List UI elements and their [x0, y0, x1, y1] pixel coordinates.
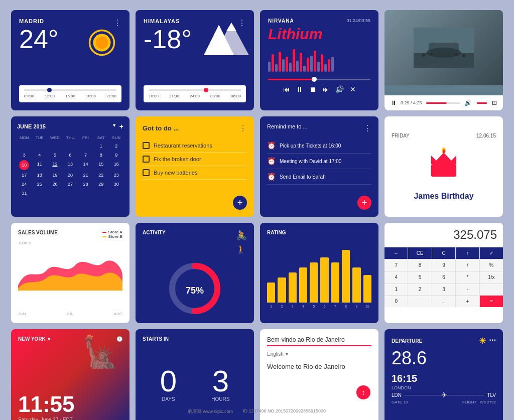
calc-btn-check[interactable]: ✓ [480, 247, 503, 259]
svg-point-15 [462, 54, 465, 57]
calc-btn-8[interactable]: 8 [408, 259, 431, 271]
stop-button[interactable]: ⏹ [309, 85, 316, 93]
calc-btn-pct[interactable]: % [480, 259, 503, 271]
todo-title: Got to do ... [143, 124, 179, 132]
cal-day-item[interactable]: 6 [63, 151, 78, 159]
calendar-dropdown[interactable]: ▾ [113, 122, 115, 130]
calc-btn-equals[interactable]: = [480, 296, 503, 307]
calc-btn-2[interactable]: 2 [408, 284, 431, 295]
calc-btn-4[interactable]: 4 [384, 271, 408, 283]
cal-day-item[interactable]: 2 [109, 142, 123, 150]
reminder-card: Remind me to ... ⋮ ⏰ Pick up the Tickets… [260, 116, 378, 217]
reminder-text-1: Pick up the Tickets at 16:00 [280, 143, 341, 149]
pause-icon[interactable]: ⏸ [391, 99, 397, 106]
departure-label: DEPARTURE [392, 338, 422, 344]
reminder-more-icon[interactable]: ⋮ [363, 123, 371, 133]
prev-button[interactable]: ⏮ [283, 85, 290, 93]
volume-icon[interactable]: 🔊 [335, 85, 344, 93]
more-icon-flight[interactable]: ⋯ [489, 336, 496, 346]
calc-btn-div[interactable]: / [456, 259, 479, 271]
music-progress[interactable] [268, 79, 370, 80]
cal-day-item[interactable]: 31 [17, 189, 32, 197]
calc-btn-mul[interactable]: * [456, 271, 479, 283]
activity-card: ACTIVITY 🚴 🚶 75% [136, 223, 254, 323]
calc-btn-3[interactable]: 3 [432, 284, 455, 295]
flight-route: LDN ✈ TLV [392, 392, 496, 398]
lang-dropdown-icon[interactable]: ▾ [286, 351, 288, 357]
calc-btn-c[interactable]: C [432, 247, 455, 259]
calc-btn-0[interactable]: 0 [384, 296, 408, 307]
add-todo-button[interactable]: + [233, 196, 247, 210]
todo-checkbox-3[interactable] [143, 169, 150, 176]
cal-day-item[interactable]: 15 [94, 160, 108, 170]
hima-time-2: 21:00 [169, 94, 179, 98]
cal-day-item[interactable]: 17 [17, 171, 32, 179]
calc-btn-inv[interactable]: 1/x [480, 271, 503, 283]
todo-checkbox-2[interactable] [143, 156, 150, 163]
cal-day-item[interactable]: 13 [63, 160, 78, 170]
hima-time-1: 18:00 [149, 94, 159, 98]
svg-marker-7 [226, 23, 236, 31]
cal-day-item[interactable]: 11 [33, 160, 47, 170]
play-button[interactable]: ⏸ [296, 85, 303, 93]
video-progress[interactable] [426, 102, 460, 104]
todo-more-icon[interactable]: ⋮ [239, 123, 247, 133]
calendar-add[interactable]: + [119, 122, 123, 130]
calc-btn-up[interactable]: ↑ [456, 247, 479, 259]
bar-5 [310, 262, 318, 303]
cal-day-item[interactable]: 28 [78, 180, 93, 188]
calc-btn-back[interactable]: ← [384, 247, 408, 259]
cal-day-item[interactable]: 18 [33, 171, 47, 179]
cal-day-item[interactable]: 22 [94, 171, 108, 179]
dropdown-icon[interactable]: ▾ [48, 336, 50, 342]
song-title: Lithium [268, 26, 370, 43]
calc-btn-minus[interactable]: - [456, 284, 479, 295]
cal-day-item[interactable]: 19 [48, 171, 62, 179]
cal-day-item[interactable]: 5 [48, 151, 62, 159]
cal-day-item[interactable]: 20 [63, 171, 78, 179]
y-axis-label: 100K $ [18, 241, 122, 245]
cal-day-item[interactable]: 23 [109, 171, 123, 179]
bar-item: 8 [342, 250, 350, 308]
cal-day-item[interactable]: 14 [78, 160, 93, 170]
time-label-2: 12:00 [45, 94, 55, 98]
cal-day-item[interactable]: 21 [78, 171, 93, 179]
calc-btn-6[interactable]: 6 [432, 271, 455, 283]
fullscreen-icon[interactable]: ⊡ [492, 99, 497, 106]
translate-button[interactable]: ↕ [356, 385, 370, 399]
calc-btn-1[interactable]: 1 [384, 284, 408, 295]
cal-day-item[interactable]: 8 [94, 151, 108, 159]
translate-input[interactable] [267, 336, 371, 346]
sales-header: SALES VOLUME Store A Store B [18, 230, 122, 239]
volume-icon-video[interactable]: 🔊 [464, 99, 472, 106]
cal-day-item[interactable]: 30 [109, 180, 123, 188]
cal-day-item[interactable]: 16 [109, 160, 123, 170]
next-button[interactable]: ⏭ [322, 85, 329, 93]
cal-day-item[interactable]: 12 [48, 160, 62, 170]
cal-day-item[interactable]: 1 [94, 142, 108, 150]
clock-card: NEW YORK ▾ 🕐 🗽 11:55 Saturday, June 27 ·… [11, 329, 130, 420]
reminder-item: ⏰ Pick up the Tickets at 16:00 [267, 138, 371, 154]
todo-checkbox-1[interactable] [143, 142, 150, 149]
cal-day-item[interactable]: 24 [17, 180, 32, 188]
mountains-icon [204, 20, 249, 55]
cal-day-item[interactable]: 27 [63, 180, 78, 188]
bar-7 [331, 262, 339, 303]
calc-btn-ce[interactable]: CE [408, 247, 431, 259]
cal-day-item[interactable]: 9 [109, 151, 123, 159]
calc-btn-7[interactable]: 7 [384, 259, 408, 271]
calc-btn-dot[interactable]: . [432, 296, 455, 307]
cal-day-item[interactable]: 25 [33, 180, 47, 188]
x-label-jun: JUN [18, 312, 26, 316]
add-reminder-button[interactable]: + [357, 196, 371, 210]
calc-btn-plus[interactable]: + [456, 296, 479, 307]
cal-day-item[interactable]: 29 [94, 180, 108, 188]
cal-day-item[interactable]: 3 [17, 151, 32, 159]
cal-day-today[interactable]: 10 [19, 160, 29, 170]
calc-btn-5[interactable]: 5 [408, 271, 431, 283]
cal-day-item[interactable]: 7 [78, 151, 93, 159]
cal-day-item[interactable]: 4 [33, 151, 47, 159]
cal-day-item[interactable]: 26 [48, 180, 62, 188]
calc-btn-9[interactable]: 9 [432, 259, 455, 271]
close-icon[interactable]: ✕ [350, 85, 356, 93]
